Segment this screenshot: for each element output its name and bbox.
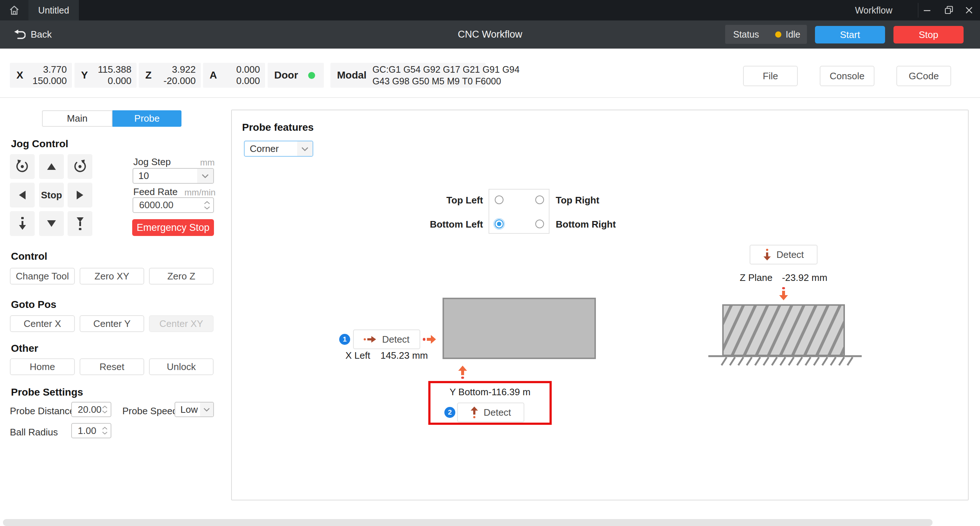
probe-distance-label: Probe Distance (10, 405, 75, 417)
spinner-up-icon (102, 427, 108, 430)
z-plane-result: Z Plane -23.92 mm (749, 272, 818, 284)
probe-distance-input[interactable]: 20.00 (71, 402, 111, 417)
modal-line-2: G43 G98 G50 M5 M9 T0 F6000 (372, 76, 501, 86)
tab-probe[interactable]: Probe (113, 110, 181, 127)
minimize-button[interactable] (919, 0, 935, 21)
home-tab-button[interactable] (0, 0, 29, 21)
status-value: Idle (786, 29, 800, 40)
horizontal-scrollbar[interactable] (3, 519, 932, 526)
zero-xy-button[interactable]: Zero XY (80, 268, 144, 285)
jog-z-down-button[interactable] (10, 211, 35, 236)
spinner-up-icon (102, 405, 108, 409)
home-button[interactable]: Home (10, 358, 75, 375)
probe-distance-spinner[interactable] (102, 405, 108, 413)
document-tab-label: Untitled (38, 5, 69, 16)
jog-x-minus-button[interactable] (10, 183, 35, 207)
jog-stop-button[interactable]: Stop (39, 183, 64, 207)
spinner-up-icon (204, 201, 210, 204)
close-icon (965, 6, 974, 14)
chevron-down-icon (197, 169, 213, 183)
stop-button[interactable]: Stop (894, 26, 964, 43)
tab-main[interactable]: Main (42, 110, 113, 127)
step-1-badge: 1 (339, 334, 350, 345)
feed-rate-spinner[interactable] (204, 201, 210, 210)
detect-y-label: Detect (484, 407, 511, 418)
feed-rate-value: 6000.00 (139, 199, 173, 211)
corner-label-top-right: Top Right (556, 195, 599, 206)
detect-y-button[interactable]: Detect (457, 403, 524, 422)
ball-radius-spinner[interactable] (102, 427, 108, 435)
unlock-button[interactable]: Unlock (149, 358, 213, 375)
modal-cell: Modal GC:G1 G54 G92 G17 G21 G91 G94 G43 … (331, 63, 485, 88)
document-tab[interactable]: Untitled (29, 0, 79, 21)
probe-direction-up-icon (458, 365, 468, 379)
window-title: Workflow (855, 0, 892, 21)
file-button[interactable]: File (743, 66, 798, 86)
probe-direction-down-icon (778, 287, 789, 301)
close-button[interactable] (961, 0, 977, 21)
axis-cell-z: Z 3.922 -20.000 (139, 63, 201, 88)
center-xy-button[interactable]: Center XY (149, 315, 213, 332)
radio-top-left[interactable] (495, 195, 504, 204)
chevron-down-icon (200, 403, 213, 416)
start-button[interactable]: Start (815, 26, 885, 43)
door-label: Door (274, 69, 298, 81)
z-plane-label: Z Plane (740, 272, 773, 284)
workpiece-side-view (706, 303, 871, 366)
restore-icon (944, 5, 954, 15)
radio-bottom-left[interactable] (495, 220, 504, 228)
gcode-button[interactable]: GCode (896, 66, 951, 86)
y-bottom-result: Y Bottom-116.39 m (428, 386, 552, 398)
workpiece-top-view (442, 298, 596, 359)
radio-top-right[interactable] (535, 195, 544, 204)
axis-work-value: 3.770 (43, 64, 67, 75)
probe-speed-select[interactable]: Low (175, 402, 214, 417)
z-up-icon (74, 216, 86, 231)
rotate-cw-icon (72, 159, 88, 174)
probe-features-heading: Probe features (242, 122, 313, 133)
axis-machine-value: 0.000 (108, 75, 132, 86)
ball-radius-input[interactable]: 1.00 (71, 423, 111, 438)
feed-rate-input[interactable]: 6000.00 (132, 197, 214, 213)
axis-label: Z (145, 69, 151, 81)
status-idle-dot (775, 32, 781, 38)
emergency-stop-button[interactable]: Emergency Stop (132, 219, 214, 236)
jog-x-plus-button[interactable] (68, 183, 92, 207)
restore-button[interactable] (941, 0, 957, 21)
feed-rate-unit: mm/min (185, 187, 215, 198)
probe-distance-value: 20.00 (78, 404, 102, 415)
detect-x-button[interactable]: Detect (353, 330, 420, 349)
radio-bottom-right[interactable] (535, 220, 544, 228)
detect-z-button[interactable]: Detect (749, 245, 818, 265)
jog-y-minus-button[interactable] (39, 211, 64, 236)
console-button[interactable]: Console (820, 66, 875, 86)
back-button[interactable]: Back (13, 21, 52, 49)
jog-rotate-ccw-button[interactable] (10, 154, 35, 179)
status-label: Status (733, 29, 759, 40)
reset-button[interactable]: Reset (80, 358, 144, 375)
jog-step-select[interactable]: 10 (132, 168, 214, 184)
jog-z-up-button[interactable] (68, 211, 92, 236)
status-badge: Status Idle (725, 25, 807, 44)
zero-z-button[interactable]: Zero Z (149, 268, 213, 285)
modal-label: Modal (337, 69, 367, 81)
axis-cell-x: X 3.770 150.000 (10, 63, 72, 88)
x-left-result: X Left 145.23 mm (353, 350, 420, 361)
x-left-value: 145.23 mm (380, 350, 428, 361)
arrow-down-icon (763, 249, 771, 261)
axis-work-value: 0.000 (236, 64, 260, 75)
center-y-button[interactable]: Center Y (80, 315, 144, 332)
axis-label: A (210, 69, 217, 81)
triangle-up-icon (46, 162, 57, 171)
jog-rotate-cw-button[interactable] (68, 154, 92, 179)
arrow-right-icon (364, 335, 377, 343)
probe-feature-select[interactable]: Corner (244, 140, 313, 157)
titlebar-divider (918, 3, 918, 18)
corner-label-bottom-left: Bottom Left (430, 219, 483, 230)
jog-step-unit: mm (200, 158, 215, 168)
change-tool-button[interactable]: Change Tool (10, 268, 75, 285)
center-x-button[interactable]: Center X (10, 315, 75, 332)
jog-y-plus-button[interactable] (39, 154, 64, 179)
back-icon (13, 29, 25, 41)
axis-work-value: 3.922 (172, 64, 196, 75)
